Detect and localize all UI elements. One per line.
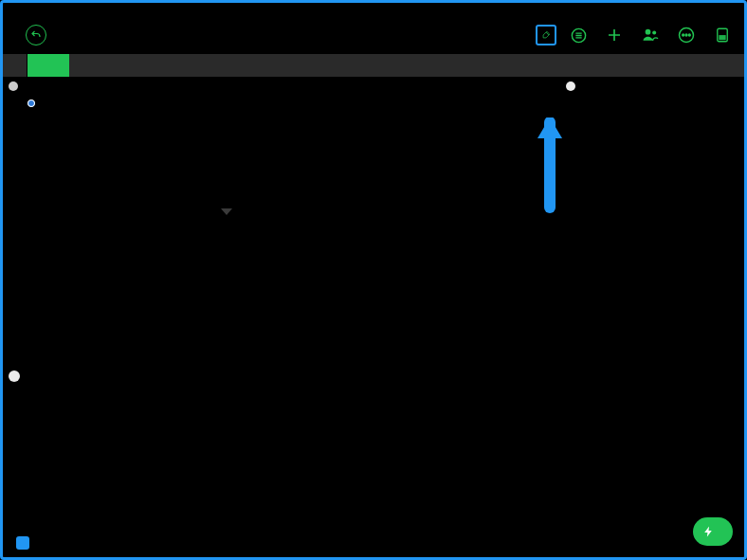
selection-handle-top-left[interactable] (27, 99, 35, 107)
selection-outline[interactable] (29, 101, 33, 105)
add-sheet-button[interactable] (3, 54, 27, 77)
scroll-handle[interactable] (566, 81, 575, 91)
panel-icon (714, 26, 731, 45)
status-time (12, 5, 17, 14)
format-brush-button[interactable] (536, 25, 556, 45)
row-scroll-handle[interactable] (9, 370, 20, 382)
undo-button[interactable] (26, 25, 46, 45)
cell-fab-button[interactable] (693, 517, 733, 546)
list-icon (570, 27, 588, 45)
corner-badge (16, 536, 35, 550)
undo-icon (30, 29, 42, 41)
brush-icon (541, 26, 551, 45)
add-icon (606, 27, 623, 44)
more-button[interactable] (676, 25, 697, 45)
svg-point-5 (685, 34, 687, 36)
svg-point-1 (646, 29, 651, 35)
context-menu-arrow (221, 208, 232, 215)
document-panel-button[interactable] (712, 25, 733, 45)
sheet-tab-1[interactable] (27, 54, 69, 77)
collab-icon (641, 26, 660, 45)
toolbar (3, 16, 744, 54)
view-options-button[interactable] (568, 25, 589, 45)
corner-badge-letter (16, 536, 29, 550)
table-1[interactable] (29, 96, 558, 101)
annotation-arrow (531, 117, 569, 231)
bolt-icon (702, 525, 715, 538)
collab-button[interactable] (640, 25, 661, 45)
sheet-tabs-bar (3, 54, 744, 77)
selection-handle-bottom-right[interactable] (27, 99, 35, 107)
add-button[interactable] (604, 25, 625, 45)
more-icon (677, 26, 696, 45)
svg-point-2 (652, 31, 656, 35)
svg-rect-8 (720, 36, 725, 40)
svg-point-6 (688, 34, 690, 36)
status-bar (3, 3, 744, 16)
spreadsheet-canvas[interactable] (3, 77, 744, 557)
svg-point-4 (683, 34, 684, 36)
